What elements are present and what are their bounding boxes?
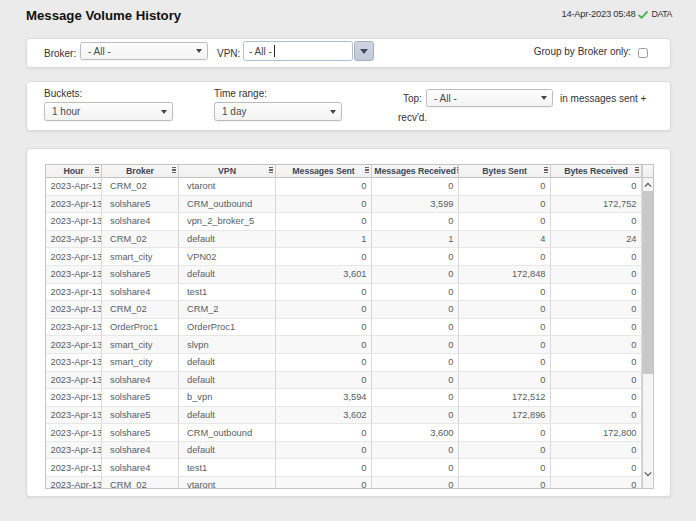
cell-broker: solshare4 (102, 284, 179, 302)
cell-hour: 2023-Apr-13 0 (46, 301, 102, 319)
cell-bytes-received: 0 (551, 354, 642, 372)
column-menu-icon[interactable] (95, 167, 99, 175)
cell-messages-sent: 3,594 (276, 389, 372, 407)
top-label: Top: (403, 93, 422, 104)
buckets-select-value: 1 hour (52, 106, 80, 117)
cell-bytes-received: 0 (551, 336, 642, 354)
vpn-input[interactable] (243, 41, 353, 61)
table-row[interactable]: 2023-Apr-13 0solshare4default0000 (46, 442, 642, 460)
table-row[interactable]: 2023-Apr-13 0CRM_02CRM_20000 (46, 301, 642, 319)
table-row[interactable]: 2023-Apr-13 0solshare5default3,6010172,8… (46, 266, 642, 284)
cell-messages-received: 0 (372, 178, 459, 196)
time-range-select[interactable]: 1 day (214, 102, 342, 121)
cell-vpn: VPN02 (179, 248, 276, 266)
cell-hour: 2023-Apr-13 0 (46, 231, 102, 249)
table-row[interactable]: 2023-Apr-13 0solshare5default3,6020172,8… (46, 407, 642, 425)
column-header-bytes-sent[interactable]: Bytes Sent (459, 165, 551, 178)
table-row[interactable]: 2023-Apr-13 0solshare4test10000 (46, 284, 642, 302)
group-by-checkbox[interactable] (638, 48, 648, 58)
cell-messages-received: 0 (372, 248, 459, 266)
cell-broker: solshare5 (102, 266, 179, 284)
cell-messages-sent: 3,602 (276, 407, 372, 425)
cell-bytes-received: 0 (551, 301, 642, 319)
cell-messages-received: 0 (372, 266, 459, 284)
cell-bytes-sent: 0 (459, 319, 551, 337)
cell-hour: 2023-Apr-13 0 (46, 407, 102, 425)
scrollbar-thumb[interactable] (643, 191, 653, 374)
group-by-label: Group by Broker only: (534, 46, 631, 57)
table-row[interactable]: 2023-Apr-13 0smart_cityVPN020000 (46, 248, 642, 266)
vpn-dropdown-button[interactable] (354, 41, 374, 61)
top-suffix-text2: recv'd. (398, 112, 427, 123)
column-menu-icon[interactable] (544, 167, 548, 175)
table-row[interactable]: 2023-Apr-13 0solshare4default0000 (46, 372, 642, 390)
column-menu-icon[interactable] (635, 167, 639, 175)
column-menu-icon[interactable] (172, 167, 176, 175)
column-header-messages-sent[interactable]: Messages Sent (276, 165, 372, 178)
chevron-down-icon (196, 49, 202, 53)
table-row[interactable]: 2023-Apr-13 0CRM_02default11424 (46, 231, 642, 249)
cell-messages-sent: 0 (276, 477, 372, 489)
cell-broker: OrderProc1 (102, 319, 179, 337)
buckets-select[interactable]: 1 hour (44, 102, 173, 121)
table-row[interactable]: 2023-Apr-13 0CRM_02vtaront0000 (46, 477, 642, 489)
cell-hour: 2023-Apr-13 0 (46, 266, 102, 284)
cell-hour: 2023-Apr-13 0 (46, 424, 102, 442)
status-line: 14-Apr-2023 05:48 DATA (562, 8, 673, 19)
table-row[interactable]: 2023-Apr-13 0solshare4vpn_2_broker_50000 (46, 213, 642, 231)
table-header-row: HourBrokerVPNMessages SentMessages Recei… (46, 165, 642, 178)
cell-broker: solshare5 (102, 389, 179, 407)
cell-messages-sent: 3,601 (276, 266, 372, 284)
cell-broker: solshare5 (102, 407, 179, 425)
column-menu-icon[interactable] (365, 167, 369, 175)
chevron-down-icon (360, 49, 368, 54)
time-range-select-value: 1 day (222, 106, 246, 117)
cell-messages-received: 0 (372, 389, 459, 407)
chevron-down-icon (330, 110, 336, 114)
cell-bytes-received: 0 (551, 178, 642, 196)
table-row[interactable]: 2023-Apr-13 0solshare4test10000 (46, 459, 642, 477)
cell-bytes-sent: 0 (459, 178, 551, 196)
cell-broker: smart_city (102, 248, 179, 266)
column-header-broker[interactable]: Broker (102, 165, 179, 178)
cell-vpn: default (179, 231, 276, 249)
cell-messages-received: 3,600 (372, 424, 459, 442)
cell-bytes-received: 0 (551, 407, 642, 425)
cell-hour: 2023-Apr-13 0 (46, 372, 102, 390)
cell-messages-sent: 0 (276, 301, 372, 319)
table-row[interactable]: 2023-Apr-13 0CRM_02vtaront0000 (46, 178, 642, 196)
column-header-messages-received[interactable]: Messages Received (372, 165, 459, 178)
top-suffix-text: in messages sent + (560, 93, 646, 104)
scroll-down-button[interactable] (643, 467, 653, 481)
cell-bytes-received: 0 (551, 266, 642, 284)
cell-bytes-received: 172,800 (551, 424, 642, 442)
cell-hour: 2023-Apr-13 0 (46, 354, 102, 372)
table-row[interactable]: 2023-Apr-13 0smart_citydefault0000 (46, 354, 642, 372)
vertical-scrollbar[interactable] (642, 165, 653, 488)
table-row[interactable]: 2023-Apr-13 0solshare5CRM_outbound03,599… (46, 196, 642, 214)
column-header-label: Bytes Received (564, 166, 628, 176)
table-row[interactable]: 2023-Apr-13 0solshare5b_vpn3,5940172,512… (46, 389, 642, 407)
chevron-up-icon (644, 182, 651, 189)
cell-vpn: test1 (179, 459, 276, 477)
cell-messages-sent: 0 (276, 284, 372, 302)
column-header-vpn[interactable]: VPN (179, 165, 276, 178)
cell-bytes-received: 0 (551, 372, 642, 390)
table-row[interactable]: 2023-Apr-13 0smart_cityslvpn0000 (46, 336, 642, 354)
cell-messages-received: 0 (372, 459, 459, 477)
cell-vpn: CRM_outbound (179, 424, 276, 442)
column-header-bytes-received[interactable]: Bytes Received (551, 165, 642, 178)
cell-messages-received: 0 (372, 336, 459, 354)
table-panel: HourBrokerVPNMessages SentMessages Recei… (26, 148, 671, 497)
cell-bytes-sent: 0 (459, 354, 551, 372)
top-select[interactable]: - All - (426, 89, 553, 107)
column-header-hour[interactable]: Hour (46, 165, 102, 178)
column-menu-icon[interactable] (269, 167, 273, 175)
text-caret (274, 45, 275, 57)
cell-vpn: b_vpn (179, 389, 276, 407)
cell-bytes-sent: 0 (459, 477, 551, 489)
broker-select[interactable]: - All - (80, 42, 208, 60)
cell-broker: smart_city (102, 336, 179, 354)
table-row[interactable]: 2023-Apr-13 0OrderProc1OrderProc10000 (46, 319, 642, 337)
table-row[interactable]: 2023-Apr-13 0solshare5CRM_outbound03,600… (46, 424, 642, 442)
